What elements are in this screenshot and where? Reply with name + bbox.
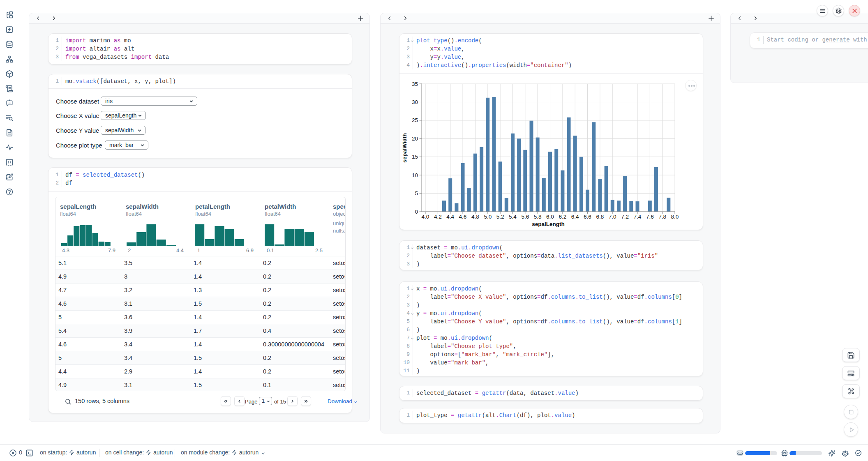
svg-text:25: 25 (412, 117, 418, 123)
svg-text:4.2: 4.2 (434, 214, 442, 220)
svg-text:10: 10 (412, 172, 418, 178)
svg-text:4.6: 4.6 (459, 214, 467, 220)
svg-text:7.2: 7.2 (621, 214, 629, 220)
svg-text:0: 0 (415, 209, 418, 215)
svg-text:4.4: 4.4 (446, 214, 454, 220)
svg-text:5.6: 5.6 (521, 214, 529, 220)
svg-text:sepalLength: sepalLength (532, 221, 565, 227)
svg-text:6.6: 6.6 (584, 214, 591, 220)
svg-text:4.8: 4.8 (471, 214, 479, 220)
svg-text:5.2: 5.2 (496, 214, 504, 220)
svg-text:sepalWidth: sepalWidth (402, 133, 408, 163)
svg-text:6.2: 6.2 (559, 214, 567, 220)
svg-text:6.0: 6.0 (546, 214, 554, 220)
svg-text:5.4: 5.4 (509, 214, 517, 220)
svg-text:5.8: 5.8 (534, 214, 542, 220)
svg-text:7.4: 7.4 (634, 214, 642, 220)
svg-text:35: 35 (412, 81, 418, 87)
svg-text:20: 20 (412, 136, 418, 142)
svg-text:8.0: 8.0 (671, 214, 679, 220)
svg-text:30: 30 (412, 99, 418, 105)
svg-text:6.8: 6.8 (596, 214, 604, 220)
svg-text:5.0: 5.0 (484, 214, 492, 220)
svg-text:5: 5 (415, 190, 418, 196)
svg-text:6.4: 6.4 (571, 214, 579, 220)
svg-text:7.6: 7.6 (646, 214, 654, 220)
svg-text:4.0: 4.0 (422, 214, 429, 220)
svg-text:15: 15 (412, 154, 418, 160)
svg-text:7.8: 7.8 (658, 214, 666, 220)
svg-text:7.0: 7.0 (609, 214, 616, 220)
